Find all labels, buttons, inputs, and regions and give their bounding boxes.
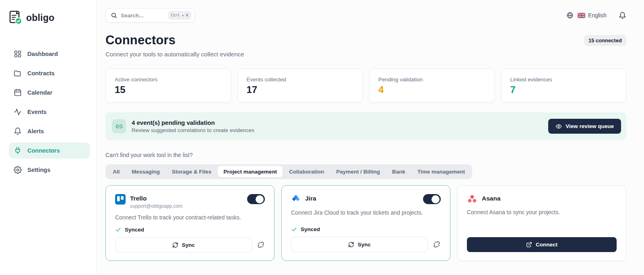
sync-status: Synced: [301, 226, 320, 232]
trello-unlink-icon[interactable]: [257, 241, 265, 249]
check-icon: [291, 226, 297, 232]
banner-subtitle: Review suggested correlations to create …: [132, 127, 548, 133]
sidebar: obligo Dashboard Contracts: [0, 0, 97, 275]
view-review-queue-label: View review queue: [566, 123, 614, 129]
link-icon: [112, 119, 126, 133]
connector-card-asana: Asana Connect Asana to sync your project…: [457, 185, 626, 261]
sidebar-item-label: Connectors: [27, 147, 60, 154]
sync-label: Sync: [358, 242, 371, 248]
stat-card-active-connectors: Active connectors 15: [105, 68, 231, 103]
page-title: Connectors: [105, 33, 175, 48]
language-selector[interactable]: English: [578, 12, 607, 19]
stat-label: Pending validation: [378, 77, 485, 83]
tab-all[interactable]: All: [107, 166, 125, 178]
connector-name: Asana: [482, 195, 501, 202]
obligo-document-check-icon: [9, 10, 23, 25]
connected-count-badge: 15 connected: [584, 35, 626, 46]
trello-sync-button[interactable]: Sync: [115, 237, 252, 252]
gear-icon: [14, 166, 22, 174]
trello-enable-toggle[interactable]: [247, 194, 265, 204]
sync-status: Synced: [125, 227, 144, 233]
brand-logo: obligo: [9, 10, 90, 25]
search-icon: [111, 12, 117, 19]
sidebar-item-calendar[interactable]: Calendar: [9, 85, 90, 101]
sidebar-item-label: Contracts: [27, 70, 55, 77]
jira-sync-button[interactable]: Sync: [291, 237, 428, 252]
sync-label: Sync: [182, 242, 195, 248]
stat-card-events-collected: Events collected 17: [237, 68, 363, 103]
asana-connect-button[interactable]: Connect: [467, 237, 617, 252]
sidebar-nav: Dashboard Contracts Calendar: [9, 46, 90, 178]
tab-bank[interactable]: Bank: [386, 166, 411, 178]
tab-payment-billing[interactable]: Payment / Billing: [330, 166, 386, 178]
plug-icon: [14, 147, 22, 155]
sidebar-item-dashboard[interactable]: Dashboard: [9, 46, 90, 62]
connector-name: Jira: [305, 195, 316, 202]
page-header: Connectors 15 connected Connect your too…: [105, 33, 626, 58]
tab-project-management[interactable]: Project management: [218, 166, 283, 178]
topbar: Ctrl + K English: [105, 8, 626, 23]
notifications-bell-icon[interactable]: [619, 12, 626, 19]
search-box[interactable]: Ctrl + K: [105, 8, 195, 23]
eye-icon: [555, 123, 562, 130]
pending-validation-banner: 4 event(s) pending validation Review sug…: [105, 112, 626, 140]
tab-time-management[interactable]: Time management: [412, 166, 471, 178]
stat-value: 4: [378, 84, 485, 95]
connector-card-trello: Trello support@obligoapp.com Connect Tre…: [105, 185, 275, 261]
tab-collaboration[interactable]: Collaboration: [283, 166, 330, 178]
search-shortcut-badge: Ctrl + K: [168, 11, 191, 19]
language-label: English: [588, 12, 607, 19]
connector-account: support@obligoapp.com: [130, 203, 182, 209]
toggle-knob: [256, 195, 264, 203]
search-input[interactable]: [121, 12, 165, 19]
sidebar-item-contracts[interactable]: Contracts: [9, 65, 90, 81]
calendar-icon: [14, 89, 22, 97]
sidebar-item-connectors[interactable]: Connectors: [9, 143, 90, 159]
tab-messaging[interactable]: Messaging: [126, 166, 165, 178]
sidebar-item-label: Events: [27, 109, 47, 115]
jira-unlink-icon[interactable]: [433, 240, 441, 248]
connect-label: Connect: [536, 242, 557, 248]
sidebar-item-label: Calendar: [27, 89, 52, 96]
stat-label: Events collected: [247, 77, 354, 83]
activity-icon: [14, 108, 22, 116]
stat-card-pending-validation: Pending validation 4: [369, 68, 495, 103]
grid-icon: [14, 50, 22, 58]
brand-name: obligo: [26, 12, 54, 23]
locale-controls: English: [566, 12, 626, 19]
refresh-icon: [348, 242, 354, 248]
sidebar-item-alerts[interactable]: Alerts: [9, 123, 90, 139]
external-link-icon: [526, 242, 532, 248]
sidebar-item-label: Settings: [27, 167, 50, 173]
asana-logo-icon: [467, 194, 477, 204]
page-subtitle: Connect your tools to automatically coll…: [105, 51, 626, 58]
stat-value: 7: [510, 84, 617, 95]
check-icon: [115, 227, 121, 233]
stat-value: 15: [115, 84, 222, 95]
globe-icon: [566, 12, 574, 19]
connector-cards: Trello support@obligoapp.com Connect Tre…: [105, 185, 626, 261]
sidebar-item-events[interactable]: Events: [9, 104, 90, 120]
toggle-knob: [431, 195, 440, 203]
connector-card-jira: Jira Connect Jira Cloud to track your ti…: [281, 185, 450, 261]
uk-flag-icon: [578, 13, 585, 18]
jira-enable-toggle[interactable]: [423, 194, 441, 204]
find-tool-hint: Can't find your work tool in the list?: [105, 152, 626, 158]
bell-icon: [14, 127, 22, 135]
folder-icon: [14, 69, 22, 77]
view-review-queue-button[interactable]: View review queue: [548, 119, 621, 134]
stats-row: Active connectors 15 Events collected 17…: [105, 68, 626, 103]
stat-label: Linked evidences: [510, 77, 617, 83]
sidebar-item-settings[interactable]: Settings: [9, 162, 90, 178]
connector-description: Connect Trello to track your contract-re…: [115, 214, 265, 221]
stat-label: Active connectors: [115, 77, 222, 83]
main-content: Ctrl + K English: [97, 0, 644, 275]
tab-storage-files[interactable]: Storage & Files: [166, 166, 217, 178]
stat-card-linked-evidences: Linked evidences 7: [501, 68, 627, 103]
refresh-icon: [172, 242, 178, 248]
stat-value: 17: [247, 84, 354, 95]
banner-title: 4 event(s) pending validation: [132, 119, 548, 126]
jira-logo-icon: [291, 194, 301, 204]
category-tabs: All Messaging Storage & Files Project ma…: [105, 164, 472, 179]
sidebar-item-label: Dashboard: [27, 51, 58, 57]
